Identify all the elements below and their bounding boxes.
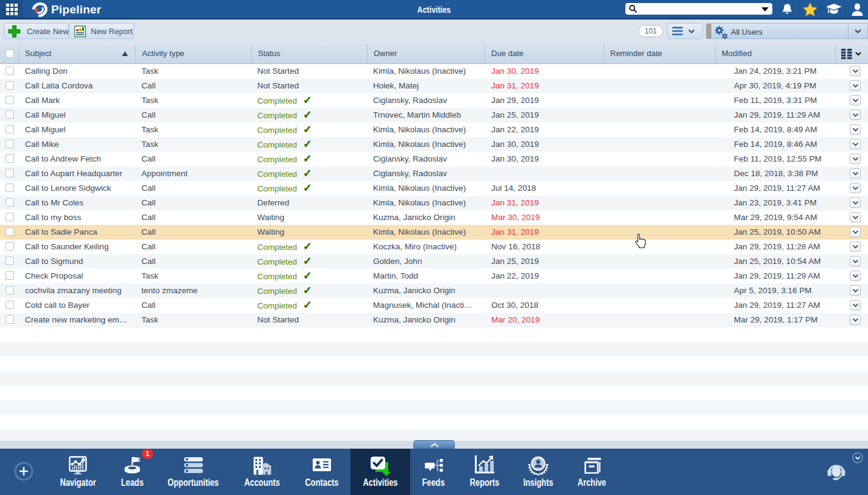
svg-text:1: 1 [146,450,150,457]
